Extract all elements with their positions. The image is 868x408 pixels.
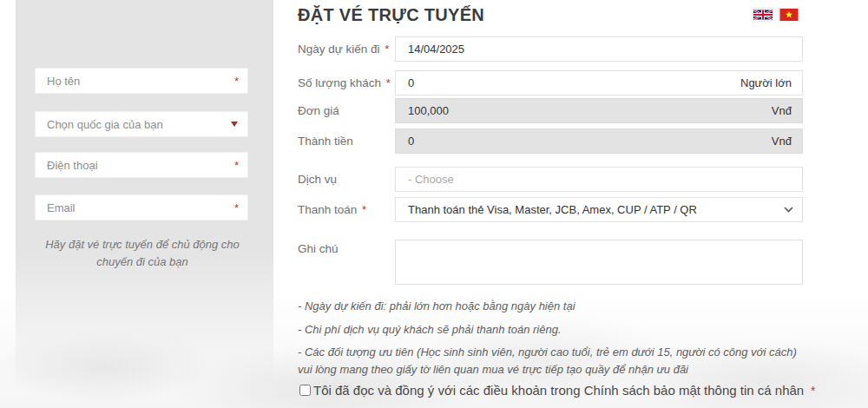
sidebar-caption: Hãy đặt vé trực tuyến để chủ động cho ch… — [42, 236, 243, 270]
quantity-unit-label: Người lớn — [740, 76, 802, 89]
required-asterisk: * — [234, 201, 247, 214]
booking-page: * * * Hãy đặt vé trực tuyến để chủ động … — [0, 0, 868, 408]
required-asterisk: * — [360, 203, 366, 216]
chevron-down-icon — [784, 207, 802, 213]
required-asterisk: * — [234, 75, 247, 88]
uk-flag-icon[interactable] — [753, 9, 773, 21]
country-select[interactable] — [35, 111, 248, 137]
page-title: ĐẶT VÉ TRỰC TUYẾN — [298, 5, 484, 25]
email-field[interactable]: * — [35, 194, 248, 220]
form-note: - Ngày dự kiến đi: phải lớn hơn hoặc bằn… — [298, 298, 813, 315]
quantity-field[interactable]: Người lớn — [395, 70, 803, 95]
email-input[interactable] — [36, 201, 234, 214]
note-label: Ghi chú — [298, 241, 339, 257]
form-note: - Các đối tượng ưu tiên (Học sinh sinh v… — [298, 344, 813, 378]
required-asterisk: * — [385, 76, 391, 89]
vietnam-flag-icon[interactable] — [779, 9, 799, 21]
service-input[interactable] — [396, 173, 802, 186]
payment-selected-option: Thanh toán thẻ Visa, Master, JCB, Amex, … — [396, 203, 784, 216]
phone-input[interactable] — [36, 159, 234, 172]
date-label: Ngày dự kiến đi * — [298, 36, 389, 63]
unit-price-label: Đơn giá — [298, 98, 339, 124]
payment-select[interactable]: Thanh toán thẻ Visa, Master, JCB, Amex, … — [395, 197, 803, 222]
language-switcher — [753, 9, 799, 21]
date-input[interactable] — [396, 43, 802, 56]
unit-price-field: Vnđ — [395, 98, 803, 123]
date-field[interactable] — [395, 36, 803, 62]
country-select-input[interactable] — [36, 118, 231, 131]
payment-label: Thanh toán * — [298, 197, 366, 223]
full-name-field[interactable]: * — [35, 68, 248, 94]
unit-price-input — [396, 104, 772, 117]
required-asterisk: * — [804, 384, 815, 398]
quantity-label: Số lượng khách * — [298, 70, 391, 96]
chevron-down-icon — [231, 122, 238, 127]
privacy-consent-label: Tôi đã đọc và đồng ý với các điều khoản … — [313, 383, 804, 398]
note-textarea[interactable] — [396, 240, 802, 284]
required-asterisk: * — [383, 43, 389, 56]
service-label: Dịch vụ — [298, 167, 337, 193]
total-input — [396, 135, 772, 148]
quantity-input[interactable] — [396, 76, 740, 89]
phone-field[interactable]: * — [35, 152, 248, 178]
unit-price-currency-label: Vnđ — [772, 104, 802, 117]
total-field: Vnđ — [395, 128, 803, 154]
service-field[interactable] — [395, 167, 803, 192]
total-label: Thành tiền — [298, 128, 353, 155]
privacy-consent-checkbox[interactable] — [299, 385, 311, 396]
total-currency-label: Vnđ — [772, 135, 802, 148]
privacy-consent-row[interactable]: Tôi đã đọc và đồng ý với các điều khoản … — [299, 382, 829, 399]
required-asterisk: * — [234, 159, 247, 172]
contact-sidebar: * * * Hãy đặt vé trực tuyến để chủ động … — [16, 0, 273, 408]
note-field[interactable] — [395, 240, 803, 285]
form-note: - Chi phí dịch vụ quý khách sẽ phải than… — [298, 321, 813, 339]
full-name-input[interactable] — [36, 75, 234, 88]
